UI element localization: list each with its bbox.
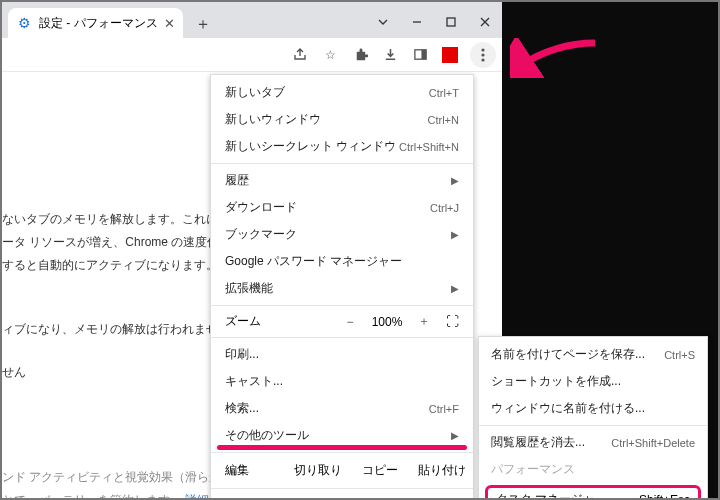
body-text: ィブになり、メモリの解放は行われません bbox=[2, 322, 230, 336]
body-text: せん bbox=[2, 365, 26, 379]
submenu-item-name-window[interactable]: ウィンドウに名前を付ける... bbox=[479, 395, 707, 422]
svg-point-6 bbox=[481, 58, 484, 61]
submenu-item-save-as[interactable]: 名前を付けてページを保存...Ctrl+S bbox=[479, 341, 707, 368]
svg-point-5 bbox=[481, 53, 484, 56]
window-maximize-button[interactable] bbox=[434, 10, 468, 34]
body-text: すると自動的にアクティブになります。 bbox=[2, 258, 218, 272]
menu-edit-row: 編集 切り取り コピー 貼り付け bbox=[211, 456, 473, 485]
menu-item-incognito[interactable]: 新しいシークレット ウィンドウCtrl+Shift+N bbox=[211, 133, 473, 160]
menu-item-settings[interactable]: 設定 bbox=[211, 492, 473, 500]
window-minimize-button[interactable] bbox=[400, 10, 434, 34]
menu-item-passwords[interactable]: Google パスワード マネージャー bbox=[211, 248, 473, 275]
window-controls bbox=[366, 6, 502, 38]
cut-button[interactable]: 切り取り bbox=[287, 456, 349, 485]
menu-item-new-window[interactable]: 新しいウィンドウCtrl+N bbox=[211, 106, 473, 133]
zoom-out-button[interactable]: − bbox=[337, 315, 363, 329]
paste-button[interactable]: 貼り付け bbox=[411, 456, 473, 485]
sidepanel-icon[interactable] bbox=[410, 45, 430, 65]
svg-rect-1 bbox=[447, 18, 455, 26]
tab-strip: ⚙ 設定 - パフォーマンス ✕ ＋ bbox=[2, 2, 502, 38]
submenu-item-clear-history[interactable]: 閲覧履歴を消去...Ctrl+Shift+Delete bbox=[479, 429, 707, 456]
browser-tab[interactable]: ⚙ 設定 - パフォーマンス ✕ bbox=[8, 8, 183, 38]
bookmark-star-icon[interactable]: ☆ bbox=[320, 45, 340, 65]
menu-item-cast[interactable]: キャスト... bbox=[211, 368, 473, 395]
submenu-item-task-manager[interactable]: タスク マネージャShift+Esc bbox=[485, 485, 701, 500]
toolbar: ☆ bbox=[2, 38, 502, 72]
zoom-label: ズーム bbox=[225, 313, 335, 330]
zoom-in-button[interactable]: ＋ bbox=[411, 313, 437, 330]
menu-item-bookmarks[interactable]: ブックマーク▶ bbox=[211, 221, 473, 248]
menu-item-extensions[interactable]: 拡張機能▶ bbox=[211, 275, 473, 302]
submenu-arrow-icon: ▶ bbox=[451, 430, 459, 441]
submenu-item-performance[interactable]: パフォーマンス bbox=[479, 456, 707, 483]
menu-item-history[interactable]: 履歴▶ bbox=[211, 167, 473, 194]
submenu-arrow-icon: ▶ bbox=[451, 175, 459, 186]
chrome-main-menu: 新しいタブCtrl+T 新しいウィンドウCtrl+N 新しいシークレット ウィン… bbox=[210, 74, 474, 500]
submenu-arrow-icon: ▶ bbox=[451, 229, 459, 240]
details-link[interactable]: 詳細 bbox=[185, 493, 209, 500]
menu-zoom-row: ズーム − 100% ＋ ⛶ bbox=[211, 309, 473, 334]
menu-item-downloads[interactable]: ダウンロードCtrl+J bbox=[211, 194, 473, 221]
more-tools-submenu: 名前を付けてページを保存...Ctrl+S ショートカットを作成... ウィンド… bbox=[478, 336, 708, 500]
tab-search-button[interactable] bbox=[366, 10, 400, 34]
fullscreen-icon[interactable]: ⛶ bbox=[439, 314, 463, 329]
zoom-percent: 100% bbox=[365, 315, 409, 329]
body-text: とで、バッテリーを節約します。 bbox=[2, 493, 182, 500]
submenu-arrow-icon: ▶ bbox=[451, 283, 459, 294]
copy-button[interactable]: コピー bbox=[349, 456, 411, 485]
edit-label: 編集 bbox=[211, 456, 287, 485]
tab-title: 設定 - パフォーマンス bbox=[39, 15, 158, 32]
new-tab-button[interactable]: ＋ bbox=[189, 10, 217, 38]
share-icon[interactable] bbox=[290, 45, 310, 65]
svg-point-4 bbox=[481, 48, 484, 51]
gear-icon: ⚙ bbox=[18, 15, 31, 31]
extensions-puzzle-icon[interactable] bbox=[350, 45, 370, 65]
menu-item-new-tab[interactable]: 新しいタブCtrl+T bbox=[211, 79, 473, 106]
menu-item-find[interactable]: 検索...Ctrl+F bbox=[211, 395, 473, 422]
profile-indicator[interactable] bbox=[440, 45, 460, 65]
submenu-item-create-shortcut[interactable]: ショートカットを作成... bbox=[479, 368, 707, 395]
svg-rect-3 bbox=[421, 50, 426, 59]
annotation-arrow bbox=[510, 38, 600, 81]
menu-item-print[interactable]: 印刷... bbox=[211, 341, 473, 368]
menu-item-more-tools[interactable]: その他のツール▶ bbox=[211, 422, 473, 449]
window-close-button[interactable] bbox=[468, 10, 502, 34]
downloads-icon[interactable] bbox=[380, 45, 400, 65]
tab-close-icon[interactable]: ✕ bbox=[164, 16, 175, 31]
kebab-menu-button[interactable] bbox=[470, 42, 496, 68]
